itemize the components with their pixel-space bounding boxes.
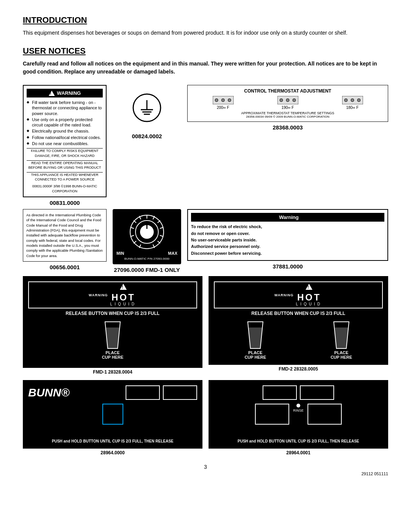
plumbing-box: As directed in the International Plumbin… — [23, 209, 107, 262]
fmd1-hot-col: HOT LIQUID — [110, 284, 137, 306]
dial-section: MIN MAX BUNN-O-MATIC P/N 27093.0000 2709… — [113, 209, 181, 273]
fmd2-cup-col-2: PLACE CUP HERE — [328, 320, 355, 359]
warning-right-title: Warning — [191, 213, 384, 222]
warning-bullet-1: Fill water tank before turning - on - th… — [27, 100, 103, 116]
warning-right-line-1: To reduce the risk of electric shock, — [191, 224, 384, 230]
warning-divider-3: THIS APPLIANCE IS HEATED WHENEVER CONNEC… — [27, 172, 103, 182]
fmd1-label-box: WARNING HOT LIQUID RELEASE BUTTON WHEN C… — [23, 276, 202, 368]
warning-divider-2: READ THE ENTIRE OPERATING MANUAL BEFORE … — [27, 160, 103, 170]
dial-svg-2 — [277, 96, 298, 104]
fmd2-label-box: WARNING HOT LIQUID RELEASE BUTTON WHEN C… — [209, 276, 388, 365]
warning-right-box: Warning To reduce the risk of electric s… — [187, 209, 388, 261]
fmd2-liquid-text: LIQUID — [296, 302, 322, 306]
fmd2-place-text-1: PLACE — [248, 350, 262, 355]
dial-svg-1 — [213, 96, 234, 104]
labels-row-2: As directed in the International Plumbin… — [23, 209, 388, 273]
intro-title: INTRODUCTION — [23, 15, 388, 25]
fmd2-warn-triangle-icon — [306, 284, 312, 290]
fmd2-part-number: FMD-2 28328.0005 — [209, 366, 388, 372]
fmd2-release-text: RELEASE BUTTON WHEN CUP IS 2/3 FULL — [214, 311, 383, 316]
warning-bullets: Fill water tank before turning - on - th… — [27, 100, 103, 146]
thermo-dial-2: 190∞ F — [277, 96, 298, 110]
page-footer: 3 — [23, 464, 388, 470]
bunn2-btn-rect-2 — [300, 385, 334, 400]
dial-min-label: MIN — [116, 251, 124, 256]
bunn2-push-text: PUSH and HOLD BUTTON UNTIL CUP IS 2/3 FU… — [214, 439, 383, 443]
bunn2-part-number: 28964.0001 — [209, 450, 388, 455]
plumbing-section: As directed in the International Plumbin… — [23, 209, 107, 270]
intro-text: This equipment dispenses hot beverages o… — [23, 29, 388, 37]
fmd1-cup-svg — [99, 320, 126, 350]
bunn2-rinse-col: RINSE — [293, 404, 304, 412]
bunn1-buttons-top — [126, 385, 197, 400]
bunn1-btn-rect-2 — [163, 385, 197, 400]
warning-divider-1: FAILURE TO COMPLY RISKS EQUIPMENT DAMAGE… — [27, 148, 103, 158]
svg-point-10 — [280, 99, 283, 102]
warning-bullet-2: Use only on a properly protected circuit… — [27, 117, 103, 128]
fmd2-place-text-2: PLACE — [334, 350, 348, 355]
part-number-37881: 37881.0000 — [187, 263, 388, 270]
doc-number: 29112 051111 — [23, 471, 388, 476]
warning-bullet-3: Electrically ground the chassis. — [27, 128, 103, 134]
fmd2-hot-col: HOT LIQUID — [296, 284, 322, 306]
fmd2-hot-liquid-header: WARNING HOT LIQUID — [214, 281, 383, 308]
bunn2-mid-btn-left — [255, 404, 289, 425]
svg-marker-35 — [106, 328, 119, 348]
svg-point-16 — [357, 99, 360, 102]
bunn2-rinse-dot — [296, 404, 300, 407]
part-number-28368: 28368.0003 — [187, 124, 388, 131]
bunn1-part-number: 28964.0000 — [23, 450, 202, 455]
plumbing-text: As directed in the International Plumbin… — [26, 212, 103, 258]
dial-box: MIN MAX BUNN-O-MATIC P/N 27093.0000 — [113, 209, 181, 264]
dial-max-label: MAX — [168, 251, 177, 256]
fmd1-warn-triangle-icon — [120, 284, 127, 290]
warning-right-line-4: Authorized service personnel only. — [191, 244, 384, 249]
thermostat-title: CONTROL THERMOSTAT ADJUSTMENT — [191, 88, 385, 94]
thermo-dial-1: 200∞ F — [213, 96, 234, 110]
fmd-labels-row: WARNING HOT LIQUID RELEASE BUTTON WHEN C… — [23, 276, 388, 377]
warning-bullet-5: Do not use near combustibles. — [27, 141, 103, 146]
fmd1-part-number: FMD-1 28328.0004 — [23, 369, 202, 375]
bunn2-label-box: RINSE PUSH and HOLD BUTTON UNTIL CUP IS … — [209, 380, 388, 449]
svg-point-7 — [221, 99, 225, 102]
bunn1-btn-rect-1 — [126, 385, 160, 400]
fmd2-cups-area: PLACE CUP HERE PLACE CUP HERE — [214, 320, 383, 359]
warning-right-label: Warning — [279, 214, 299, 220]
svg-point-8 — [228, 99, 231, 102]
thermostat-section: CONTROL THERMOSTAT ADJUSTMENT 200∞ F — [187, 85, 388, 131]
fmd2-cup-col-1: PLACE CUP HERE — [242, 320, 269, 359]
fmd2-cup-svg-2 — [328, 320, 355, 350]
warning-triangle-icon — [49, 91, 55, 96]
thermostat-box: CONTROL THERMOSTAT ADJUSTMENT 200∞ F — [187, 85, 388, 122]
thermo-dial-3: 180∞ F — [342, 96, 363, 110]
fmd2-section: WARNING HOT LIQUID RELEASE BUTTON WHEN C… — [209, 276, 388, 377]
dial-knob-svg — [128, 213, 166, 251]
bunn2-btn-rect-1 — [263, 385, 297, 400]
fmd1-warning-text: WARNING — [89, 293, 108, 297]
svg-point-12 — [293, 99, 296, 102]
fmd1-release-text: RELEASE BUTTON WHEN CUP IS 2/3 FULL — [28, 311, 197, 316]
warning-right-section: Warning To reduce the risk of electric s… — [187, 209, 388, 270]
bunn1-section: BUNN® PUSH and HOLD BUTTON UNTIL CUP IS … — [23, 380, 202, 458]
ground-symbol-svg — [132, 93, 162, 123]
fmd1-hot-text: HOT — [112, 293, 135, 302]
bunn2-rinse-text: RINSE — [293, 409, 304, 412]
thermo-approx-text: APPROXIMATE THERMOSTAT TEMPERATURE SETTI… — [191, 111, 385, 115]
bunn2-top-buttons — [214, 385, 383, 400]
fmd2-cup-svg-1 — [242, 320, 269, 350]
svg-marker-37 — [249, 328, 262, 348]
ground-symbol-box — [113, 85, 181, 131]
dial-labels: MIN MAX — [116, 251, 177, 256]
bunn-labels-row: BUNN® PUSH and HOLD BUTTON UNTIL CUP IS … — [23, 380, 388, 458]
fmd1-cup-area: PLACE CUP HERE — [28, 320, 197, 359]
thermo-temp-1: 200∞ F — [217, 105, 229, 110]
part-number-00656: 00656.0001 — [23, 264, 107, 270]
fmd2-cup-here-text-2: CUP HERE — [331, 355, 352, 359]
warning-bullet-4: Follow national/local electrical codes. — [27, 135, 103, 140]
dial-svg-3 — [342, 96, 363, 104]
user-notices-title: USER NOTICES — [23, 46, 388, 56]
part-number-00824: 00824.0002 — [113, 133, 181, 139]
fmd1-cup-here-text: CUP HERE — [102, 355, 124, 359]
warning-title-1: WARNING — [27, 89, 103, 97]
svg-point-14 — [344, 99, 347, 102]
